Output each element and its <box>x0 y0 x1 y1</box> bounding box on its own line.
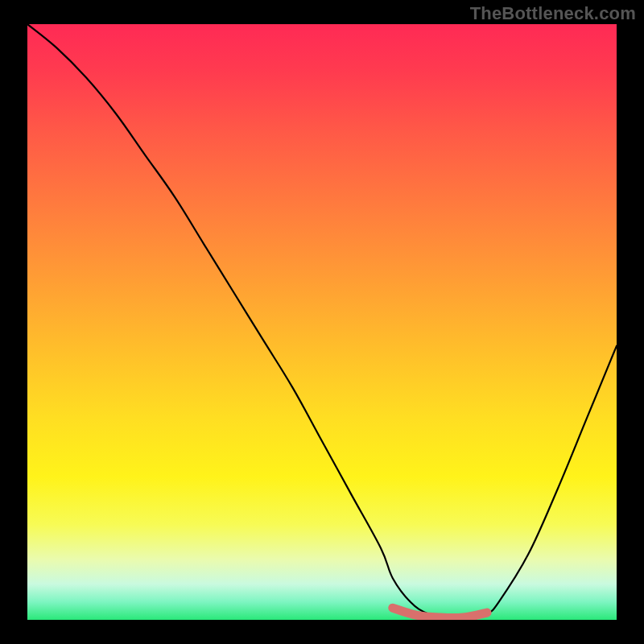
chart-svg <box>27 24 617 620</box>
bottleneck-curve-line <box>27 24 617 620</box>
optimal-band-marker <box>393 608 487 617</box>
chart-frame: TheBottleneck.com <box>0 0 644 644</box>
watermark-text: TheBottleneck.com <box>470 3 636 24</box>
plot-area <box>27 24 617 620</box>
